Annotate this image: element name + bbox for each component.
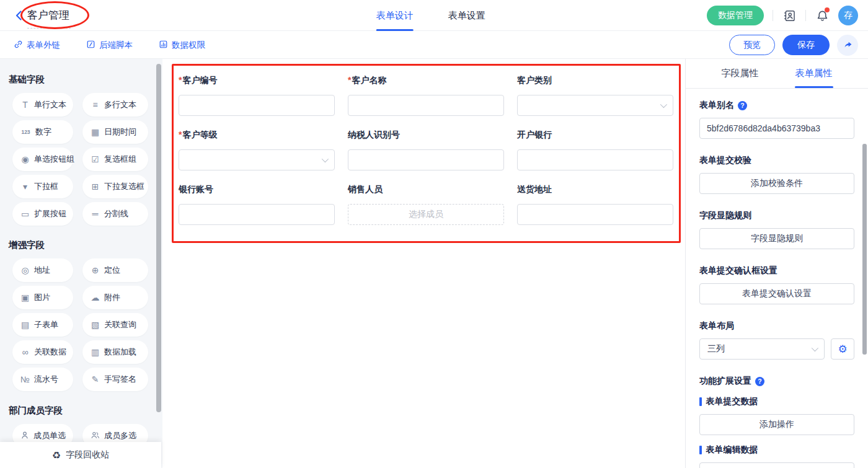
contacts-book-icon[interactable] (782, 8, 797, 23)
field-label-text: 纳税人识别号 (348, 130, 400, 139)
field-item-number[interactable]: 123数字 (12, 120, 73, 144)
field-item-dropdown[interactable]: ▾下拉框 (12, 175, 73, 198)
sidebar-section-title: 部门成员字段 (9, 405, 150, 417)
field-item-attachment[interactable]: ☁附件 (82, 286, 148, 309)
field-item-subform[interactable]: ▤子表单 (12, 313, 73, 337)
field-item-image[interactable]: ▣图片 (12, 286, 73, 309)
field-item-serial-number[interactable]: №流水号 (12, 368, 73, 391)
extension-form-edit-data-header: 表单编辑数据 (699, 444, 854, 456)
sidebar-section-grid: ◎地址⊕定位▣图片☁附件▤子表单▧关联查询∞关联数据▥数据加载№流水号✎手写签名 (12, 258, 150, 391)
field-item-locate[interactable]: ⊕定位 (82, 258, 148, 282)
toolbar-link-backend-script[interactable]: 后端脚本 (86, 40, 133, 51)
field-text-input[interactable] (517, 149, 673, 170)
field-item-checkbox-group[interactable]: ☑复选框组 (82, 148, 148, 171)
field-item-label: 图片 (34, 292, 50, 303)
field-text-input[interactable] (179, 204, 335, 225)
field-text-input[interactable] (348, 149, 504, 170)
field-visibility-button[interactable]: 字段显隐规则 (699, 228, 854, 249)
field-item-single-line-text[interactable]: T单行文本 (12, 93, 73, 117)
field-item-datetime[interactable]: ▦日期时间 (82, 120, 148, 144)
tab-label: 表单设置 (448, 10, 485, 22)
locate-icon: ⊕ (91, 265, 100, 275)
data-manage-button[interactable]: 数据管理 (707, 6, 764, 25)
field-item-related-query[interactable]: ▧关联查询 (82, 313, 148, 337)
notification-bell-icon[interactable] (815, 8, 830, 23)
share-button[interactable] (837, 35, 858, 56)
tab-form-design[interactable]: 表单设计 (376, 0, 414, 31)
title-edit-underline (27, 28, 71, 29)
sidebar-scrollbar[interactable] (156, 64, 161, 412)
notification-badge (825, 7, 830, 12)
field-item-label: 多行文本 (104, 99, 136, 110)
back-button[interactable] (12, 9, 26, 22)
help-icon[interactable]: ? (755, 377, 764, 386)
canvas-field-4: 纳税人识别号 (348, 130, 504, 170)
recycle-bin-label: 字段回收站 (66, 449, 109, 461)
field-text-input[interactable] (179, 95, 335, 116)
preview-button[interactable]: 预览 (729, 35, 775, 55)
panel-scrollbar[interactable] (862, 144, 867, 355)
toolbar-link-label: 表单外链 (27, 40, 60, 51)
field-item-multi-line-text[interactable]: ≡多行文本 (82, 93, 148, 117)
panel-group-label: 表单提交校验 (699, 155, 854, 166)
dropdown-icon: ▾ (20, 182, 30, 192)
form-edit-data-add-button[interactable]: 添加操作 (699, 462, 854, 468)
help-icon[interactable]: ? (738, 101, 747, 110)
field-select[interactable] (517, 95, 673, 116)
canvas-field-5: 开户银行 (517, 130, 673, 170)
field-select[interactable] (179, 149, 335, 170)
dropdown-multi-icon: ⊞ (91, 182, 100, 192)
canvas-field-0: *客户编号 (179, 75, 335, 116)
field-item-related-data[interactable]: ∞关联数据 (12, 340, 73, 364)
layout-select-value: 三列 (707, 343, 725, 355)
blue-bar-icon (699, 446, 702, 454)
related-query-icon: ▧ (91, 320, 100, 330)
submit-validation-button[interactable]: 添加校验条件 (699, 173, 854, 194)
tab-form-props[interactable]: 表单属性 (795, 59, 833, 88)
header-divider (773, 10, 773, 21)
field-item-dropdown-multi[interactable]: ⊞下拉复选框 (82, 175, 148, 198)
tab-form-settings[interactable]: 表单设置 (448, 0, 485, 31)
field-item-label: 关联数据 (34, 347, 66, 358)
toolbar-links: 表单外链后端脚本数据权限 (14, 31, 205, 59)
toolbar-link-external-link[interactable]: 表单外链 (14, 40, 60, 51)
layout-settings-button[interactable]: ⚙ (831, 338, 854, 360)
user-avatar[interactable]: 存 (838, 6, 858, 25)
canvas-field-2: 客户类别 (517, 75, 673, 116)
field-item-label: 下拉复选框 (104, 181, 144, 192)
field-item-label: 关联查询 (104, 319, 136, 330)
save-button[interactable]: 保存 (782, 35, 830, 55)
toolbar-link-data-permission[interactable]: 数据权限 (159, 40, 205, 51)
extension-settings-label: 功能扩展设置 (699, 376, 751, 387)
field-item-address[interactable]: ◎地址 (12, 258, 73, 282)
field-label-text: 开户银行 (517, 130, 552, 139)
field-recycle-bin-button[interactable]: ♻ 字段回收站 (0, 442, 161, 468)
field-text-input[interactable] (348, 95, 504, 116)
form-alias-input[interactable] (699, 118, 854, 139)
tab-label: 字段属性 (722, 68, 759, 79)
field-item-data-load[interactable]: ▥数据加载 (82, 340, 148, 364)
member-picker[interactable]: 选择成员 (348, 204, 504, 225)
form-submit-data-add-button[interactable]: 添加操作 (699, 414, 854, 435)
layout-select[interactable]: 三列 (699, 338, 825, 360)
submit-confirm-button[interactable]: 表单提交确认设置 (699, 283, 854, 304)
extend-button-icon: ▭ (20, 209, 30, 219)
field-text-input[interactable] (517, 204, 673, 225)
field-item-radio-group[interactable]: ◉单选按钮组 (12, 148, 73, 171)
field-item-divider[interactable]: ═分割线 (82, 202, 148, 226)
active-tab-underline (795, 86, 833, 88)
panel-group-submit-confirm: 表单提交确认框设置表单提交确认设置 (699, 265, 854, 304)
header-actions: 数据管理 存 (707, 0, 858, 31)
tab-field-props[interactable]: 字段属性 (722, 59, 759, 88)
radio-group-icon: ◉ (20, 154, 30, 164)
form-design-canvas[interactable]: *客户编号*客户名称客户类别*客户等级纳税人识别号开户银行银行账号销售人员选择成… (162, 59, 685, 468)
subform-icon: ▤ (20, 320, 30, 330)
field-library-sidebar: 基础字段T单行文本≡多行文本123数字▦日期时间◉单选按钮组☑复选框组▾下拉框⊞… (0, 59, 162, 468)
field-label: *客户名称 (348, 75, 504, 87)
field-item-signature[interactable]: ✎手写签名 (82, 368, 148, 391)
divider-icon: ═ (91, 209, 100, 219)
field-label-text: 销售人员 (348, 184, 383, 194)
properties-panel: 字段属性表单属性 表单别名 ? 表单提交校验添加校验条件字段显隐规则字段显隐规则… (685, 59, 868, 468)
field-item-extend-button[interactable]: ▭扩展按钮 (12, 202, 73, 226)
field-label-text: 送货地址 (517, 184, 552, 194)
